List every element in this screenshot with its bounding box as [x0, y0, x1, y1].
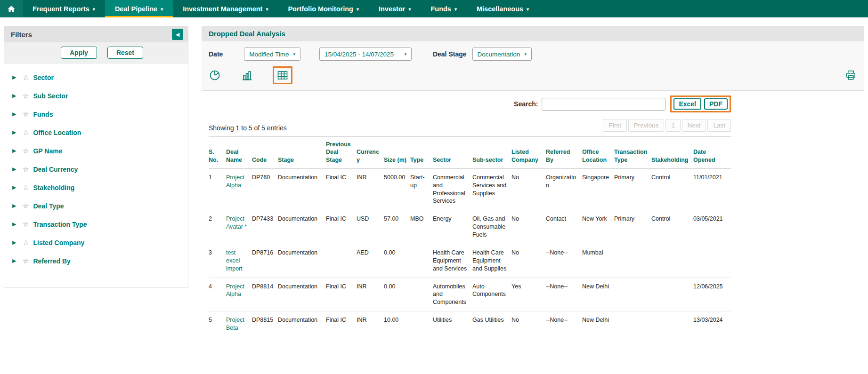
star-icon[interactable]: ☆ [23, 220, 29, 229]
nav-item-funds[interactable]: Funds▾ [421, 0, 467, 17]
nav-item-deal-pipeline[interactable]: Deal Pipeline▾ [105, 0, 173, 17]
column-header-transaction-type[interactable]: Transaction Type [614, 137, 651, 169]
column-header-currency[interactable]: Currency [357, 137, 384, 169]
apply-button[interactable]: Apply [61, 47, 97, 59]
star-icon[interactable]: ☆ [23, 257, 29, 265]
filter-item-office-location[interactable]: ▶☆Office Location [4, 123, 188, 142]
column-header-stakeholding[interactable]: Stakeholding [651, 137, 693, 169]
table-view-icon[interactable] [276, 69, 289, 81]
chevron-down-icon: ▾ [161, 7, 163, 12]
star-icon[interactable]: ☆ [23, 183, 29, 192]
pdf-button[interactable]: PDF [704, 98, 728, 110]
column-header-code[interactable]: Code [252, 137, 278, 169]
column-header-stage[interactable]: Stage [278, 137, 326, 169]
cell-stakeholding: Control [651, 168, 693, 210]
filter-item-referred-by[interactable]: ▶☆Referred By [4, 252, 188, 270]
star-icon[interactable]: ☆ [23, 165, 29, 174]
expand-arrow-icon[interactable]: ▶ [12, 74, 19, 80]
column-header-s-no[interactable]: S. No. [209, 137, 226, 169]
deal-name-link[interactable]: Project Alpha [226, 283, 244, 298]
filter-item-transaction-type[interactable]: ▶☆Transaction Type [4, 215, 188, 233]
expand-arrow-icon[interactable]: ▶ [12, 129, 19, 135]
column-header-referred-by[interactable]: Referred By [546, 137, 582, 169]
expand-arrow-icon[interactable]: ▶ [12, 239, 19, 246]
pagination-next[interactable]: Next [682, 119, 706, 132]
pagination-first[interactable]: First [603, 119, 626, 132]
filters-header: Filters ◀ [4, 26, 188, 42]
column-header-office-location[interactable]: Office Location [582, 137, 614, 169]
table-row: 1Project AlphaDP760DocumentationFinal IC… [209, 168, 731, 210]
pagination-last[interactable]: Last [707, 119, 731, 132]
expand-arrow-icon[interactable]: ▶ [12, 111, 19, 117]
star-icon[interactable]: ☆ [23, 110, 29, 119]
cell-transaction-type: Primary [614, 168, 651, 210]
deal-name-link[interactable]: Project Alpha [226, 174, 244, 189]
chevron-down-icon: ▾ [93, 7, 95, 12]
deal-name-link[interactable]: Project Beta [226, 317, 244, 331]
nav-items: Frequent Reports▾Deal Pipeline▾Investmen… [23, 0, 539, 17]
star-icon[interactable]: ☆ [23, 239, 29, 247]
chevron-down-icon: ▾ [527, 7, 529, 12]
filter-item-stakeholding[interactable]: ▶☆Stakeholding [4, 178, 188, 197]
cell-s-no: 2 [209, 210, 226, 244]
column-header-sector[interactable]: Sector [433, 137, 472, 169]
filter-item-gp-name[interactable]: ▶☆GP Name [4, 142, 188, 160]
date-range-dropdown[interactable]: 15/04/2025 - 14/07/2025 ▾ [319, 48, 412, 61]
filter-item-sub-sector[interactable]: ▶☆Sub Sector [4, 87, 188, 105]
nav-item-frequent-reports[interactable]: Frequent Reports▾ [23, 0, 105, 17]
nav-item-investor[interactable]: Investor▾ [369, 0, 421, 17]
filter-item-funds[interactable]: ▶☆Funds [4, 105, 188, 123]
expand-arrow-icon[interactable]: ▶ [12, 148, 19, 154]
bar-chart-view-icon[interactable] [241, 69, 253, 81]
deal-stage-dropdown[interactable]: Documentation ▾ [472, 48, 532, 61]
nav-item-investment-management[interactable]: Investment Management▾ [173, 0, 278, 17]
cell-stage: Documentation [278, 244, 326, 278]
expand-arrow-icon[interactable]: ▶ [12, 184, 19, 191]
star-icon[interactable]: ☆ [23, 202, 29, 210]
deal-name-link[interactable]: Project Avatar * [226, 215, 247, 230]
nav-item-miscellaneous[interactable]: Miscellaneous▾ [467, 0, 539, 17]
chevron-down-icon: ▾ [404, 52, 406, 56]
filter-item-listed-company[interactable]: ▶☆Listed Company [4, 233, 188, 252]
column-header-sub-sector[interactable]: Sub-sector [472, 137, 511, 169]
expand-arrow-icon[interactable]: ▶ [12, 203, 19, 209]
reset-button[interactable]: Reset [107, 47, 143, 59]
collapse-sidebar-button[interactable]: ◀ [172, 29, 183, 40]
date-type-dropdown[interactable]: Modified Time ▾ [244, 48, 300, 61]
expand-arrow-icon[interactable]: ▶ [12, 166, 19, 172]
pagination-previous[interactable]: Previous [628, 119, 665, 132]
expand-arrow-icon[interactable]: ▶ [12, 93, 19, 99]
filter-item-deal-type[interactable]: ▶☆Deal Type [4, 197, 188, 215]
column-header-deal-name[interactable]: Deal Name [226, 137, 252, 169]
pie-chart-view-icon[interactable] [209, 69, 221, 81]
print-icon[interactable] [845, 69, 857, 81]
expand-arrow-icon[interactable]: ▶ [12, 221, 19, 227]
cell-code: DP760 [252, 168, 278, 210]
star-icon[interactable]: ☆ [23, 147, 29, 155]
column-header-type[interactable]: Type [410, 137, 433, 169]
cell-currency: INR [357, 311, 384, 337]
expand-arrow-icon[interactable]: ▶ [12, 258, 19, 264]
deal-name-link[interactable]: test excel import [226, 249, 243, 272]
column-header-listed-company[interactable]: Listed Company [511, 137, 546, 169]
column-header-size-m[interactable]: Size (m) [384, 137, 410, 169]
table-widget: Search: Excel PDF Showing 1 to 5 of 5 en… [209, 95, 731, 337]
search-input[interactable] [542, 98, 665, 111]
star-icon[interactable]: ☆ [23, 128, 29, 137]
column-header-previous-deal-stage[interactable]: Previous Deal Stage [326, 137, 357, 169]
filter-item-sector[interactable]: ▶☆Sector [4, 68, 188, 87]
excel-button[interactable]: Excel [673, 98, 701, 110]
column-header-date-opened[interactable]: Date Opened [693, 137, 731, 169]
home-button[interactable] [0, 0, 23, 17]
star-icon[interactable]: ☆ [23, 92, 29, 100]
star-icon[interactable]: ☆ [23, 73, 29, 82]
showing-entries-text: Showing 1 to 5 of 5 entries [209, 124, 287, 132]
pagination-1[interactable]: 1 [665, 119, 681, 132]
cell-transaction-type: Primary [614, 210, 651, 244]
filter-item-deal-currency[interactable]: ▶☆Deal Currency [4, 160, 188, 178]
search-label: Search: [514, 100, 538, 108]
collapse-left-icon: ◀ [176, 32, 179, 38]
date-controls-row: Date Modified Time ▾ 15/04/2025 - 14/07/… [202, 41, 864, 64]
nav-item-portfolio-monitoring[interactable]: Portfolio Monitoring▾ [278, 0, 369, 17]
home-icon [7, 4, 16, 14]
